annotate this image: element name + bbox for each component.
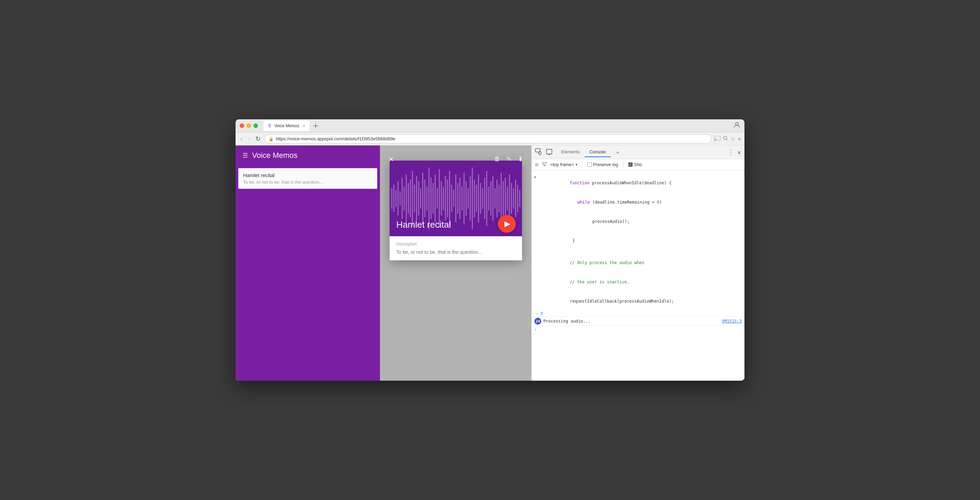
svg-rect-33	[447, 180, 448, 217]
description-text: To be, or not to be, that is the questio…	[396, 249, 515, 255]
svg-rect-19	[418, 181, 419, 216]
browser-content: ☰ Voice Memos Hamlet recital To be, or n…	[235, 145, 531, 381]
svg-rect-28	[437, 188, 438, 209]
new-tab-button[interactable]	[311, 121, 320, 131]
code-paren: )	[660, 200, 662, 205]
search-icon[interactable]	[723, 136, 728, 142]
close-button[interactable]	[240, 123, 244, 128]
svg-rect-49	[480, 183, 481, 214]
separator2	[623, 162, 624, 168]
title-bar: 🎙 Voice Memos ×	[235, 119, 745, 132]
svg-rect-36	[453, 190, 454, 207]
code-text: requestIdleCallback(processAudioWhenIdle…	[540, 292, 742, 311]
devtools-tabs: Elements Console	[556, 147, 611, 157]
devtools-panel: Elements Console » ⋮ ✕ ⊘ <top frame> ▾	[531, 145, 745, 381]
svg-rect-34	[449, 171, 450, 226]
code-process: processAudio();	[573, 219, 630, 224]
tab-elements[interactable]: Elements	[556, 147, 585, 157]
svg-rect-41	[463, 173, 465, 224]
show-checkbox[interactable]: ✓	[628, 162, 633, 167]
download-icon[interactable]: ⬇	[518, 155, 523, 163]
forward-button[interactable]: ›	[247, 134, 251, 143]
svg-rect-55	[492, 176, 493, 221]
cast-icon[interactable]	[714, 136, 721, 142]
dropdown-arrow-icon: ▾	[576, 162, 578, 166]
console-source-link[interactable]: VM1515:3	[722, 319, 742, 323]
svg-rect-58	[499, 185, 500, 212]
svg-rect-15	[410, 180, 411, 217]
console-code-line-3: processAudio();	[531, 212, 745, 231]
active-tab[interactable]: 🎙 Voice Memos ×	[263, 121, 309, 131]
svg-rect-30	[441, 181, 442, 216]
console-code-line-6: // the user is inactive.	[531, 272, 745, 291]
comment-2: // the user is inactive.	[570, 280, 629, 284]
memo-card-desc: To be, or not to be, that is the questio…	[243, 180, 372, 185]
more-tabs-icon[interactable]: »	[616, 150, 619, 155]
devtools-header: Elements Console » ⋮ ✕	[531, 145, 745, 159]
svg-rect-11	[402, 178, 402, 219]
preserve-log-label: Preserve log	[593, 162, 618, 167]
svg-rect-21	[422, 173, 423, 224]
user-profile-icon[interactable]	[733, 121, 740, 130]
svg-rect-37	[455, 174, 456, 223]
svg-rect-50	[482, 188, 483, 209]
play-button[interactable]: ▶	[498, 215, 516, 233]
svg-rect-47	[476, 185, 477, 212]
reload-button[interactable]: ↻	[254, 134, 262, 143]
svg-rect-65	[513, 188, 514, 209]
svg-line-5	[727, 139, 728, 141]
svg-rect-52	[486, 171, 487, 226]
maximize-button[interactable]	[253, 123, 258, 128]
hamburger-icon[interactable]: ☰	[242, 152, 248, 159]
edit-icon[interactable]: ✎	[506, 155, 512, 163]
svg-rect-72	[548, 154, 550, 155]
console-code-line-4: }	[531, 231, 745, 250]
svg-rect-7	[393, 185, 395, 212]
clear-console-icon[interactable]: ⊘	[535, 161, 538, 168]
svg-rect-71	[546, 149, 552, 154]
console-prompt-line[interactable]: ›	[531, 326, 745, 333]
bookmark-icon[interactable]: ☆	[731, 136, 735, 142]
modal-close-icon[interactable]: ✕	[388, 155, 394, 163]
security-lock-icon: 🔒	[269, 137, 274, 141]
address-bar[interactable]: 🔒 https://voice-memos.appspot.com/detail…	[265, 134, 711, 143]
memo-card-title: Hamlet recital	[243, 172, 372, 178]
expand-icon[interactable]: ▶	[535, 174, 538, 180]
code-text: while (deadline.timeRemaining > 0)	[542, 193, 742, 212]
svg-rect-35	[451, 185, 452, 212]
modal-body: Description To be, or not to be, that is…	[390, 236, 522, 260]
minimize-button[interactable]	[247, 123, 251, 128]
svg-rect-57	[496, 180, 498, 217]
code-brace: }	[573, 238, 575, 243]
code-text: function processAudioWhenIdle(deadline) …	[540, 174, 742, 192]
filter-icon[interactable]	[542, 162, 547, 167]
preserve-log-checkbox[interactable]	[587, 162, 592, 167]
code-separator	[531, 250, 745, 253]
svg-rect-53	[488, 186, 489, 210]
frame-selector[interactable]: <top frame> ▾	[550, 162, 578, 167]
modal-topbar: ✕ 🗑 ✎ ⬇	[386, 155, 525, 163]
delete-icon[interactable]: 🗑	[494, 155, 500, 163]
traffic-lights	[240, 123, 258, 128]
more-options-icon[interactable]: ⋮	[728, 148, 734, 156]
browser-window: 🎙 Voice Memos × ‹ › ↻ 🔒 https://voice-me…	[235, 119, 745, 381]
tab-console[interactable]: Console	[585, 147, 611, 157]
app-sidebar-header: ☰ Voice Memos	[235, 145, 380, 166]
close-devtools-icon[interactable]: ✕	[737, 148, 741, 156]
app-detail-area: ✕ 🗑 ✎ ⬇	[380, 145, 531, 381]
waveform-area: Hamlet recital ▶	[390, 161, 522, 236]
memo-list-item[interactable]: Hamlet recital To be, or not to be, that…	[238, 168, 377, 189]
svg-rect-18	[416, 176, 417, 221]
menu-icon[interactable]: ≡	[738, 136, 741, 142]
inspect-element-icon[interactable]	[535, 148, 542, 156]
show-area: ✓ Sho	[628, 162, 642, 167]
code-text: // Only process the audio when	[540, 253, 742, 272]
keyword-while: while	[573, 200, 592, 205]
app-title: Voice Memos	[252, 151, 298, 160]
svg-rect-51	[484, 178, 485, 219]
svg-rect-17	[414, 185, 415, 212]
svg-rect-45	[472, 167, 473, 229]
back-button[interactable]: ‹	[239, 134, 244, 143]
device-toolbar-icon[interactable]	[546, 148, 552, 156]
tab-close-icon[interactable]: ×	[302, 123, 305, 129]
